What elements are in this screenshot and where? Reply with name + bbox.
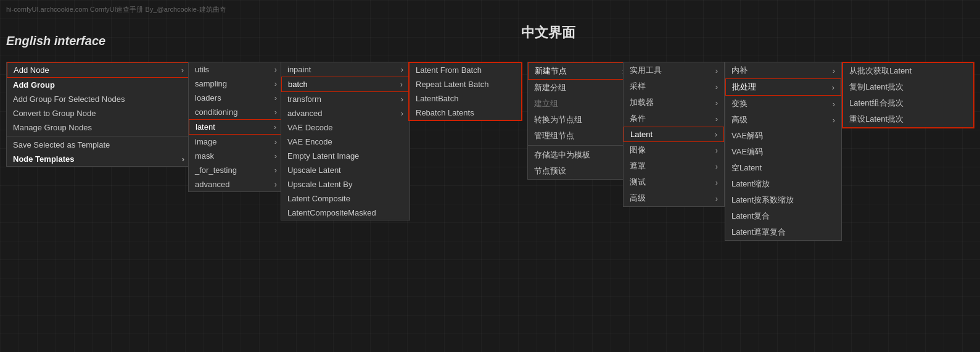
cn-latent-transform[interactable]: 变换 ›: [725, 96, 841, 112]
english-title: English interface: [6, 34, 105, 48]
en-cat-mask[interactable]: mask ›: [189, 149, 283, 163]
cn-batch-submenu: 从批次获取Latent 复制Latent批次 Latent组合批次 重设Late…: [842, 62, 974, 128]
en-cat-conditioning[interactable]: conditioning ›: [189, 105, 283, 119]
en-add-group-selected[interactable]: Add Group For Selected Nodes: [7, 92, 191, 106]
en-latent-transform[interactable]: transform ›: [281, 92, 410, 106]
cn-menu1-separator: [528, 145, 632, 146]
en-batch-submenu: Latent From Batch Repeat Latent Batch La…: [408, 62, 522, 121]
cn-add-group[interactable]: 新建分组: [528, 80, 632, 96]
cn-latent-scale-by[interactable]: Latent按系数缩放: [725, 192, 841, 208]
cn-latent-mask-composite[interactable]: Latent遮罩复合: [725, 224, 841, 240]
cn-categories-menu: 实用工具 › 采样 › 加载器 › 条件 › Latent › 图像 › 遮罩 …: [623, 62, 725, 207]
en-add-group[interactable]: Add Group: [7, 78, 191, 92]
en-rebatch-latents[interactable]: Rebatch Latents: [410, 106, 521, 120]
cn-context-menu: 新建节点 › 新建分组 建立组 转换为节点组 管理组节点 存储选中为模板 节点预…: [527, 62, 632, 180]
chinese-title: 中文界面: [521, 23, 575, 42]
en-latent-submenu: inpaint › batch › transform › advanced ›…: [281, 62, 410, 220]
en-cat-latent[interactable]: latent ›: [189, 119, 283, 135]
cn-latent-batch[interactable]: 批处理 ›: [725, 78, 841, 96]
en-repeat-latent-batch[interactable]: Repeat Latent Batch: [410, 77, 521, 91]
cn-latent-submenu: 内补 › 批处理 › 变换 › 高级 › VAE解码 VAE编码 空Latent…: [725, 62, 842, 241]
en-vae-encode[interactable]: VAE Encode: [281, 135, 410, 149]
cn-latent-advanced[interactable]: 高级 ›: [725, 112, 841, 128]
cn-latent-combine-batch[interactable]: Latent组合批次: [843, 95, 973, 111]
cn-reset-latent-batch[interactable]: 重设Latent批次: [843, 111, 973, 127]
en-latent-batch[interactable]: LatentBatch: [410, 91, 521, 106]
en-cat-for-testing[interactable]: _for_testing ›: [189, 163, 283, 177]
cn-cat-latent[interactable]: Latent ›: [624, 127, 724, 142]
cn-empty-latent[interactable]: 空Latent: [725, 160, 841, 176]
cn-latent-composite[interactable]: Latent复合: [725, 208, 841, 224]
en-latent-inpaint[interactable]: inpaint ›: [281, 62, 410, 77]
en-categories-menu: utils › sampling › loaders › conditionin…: [188, 62, 284, 192]
en-upscale-latent-by[interactable]: Upscale Latent By: [281, 177, 410, 191]
en-node-templates[interactable]: Node Templates ›: [7, 152, 191, 166]
cn-cat-loaders[interactable]: 加载器 ›: [624, 94, 724, 111]
en-menu1-separator: [7, 136, 191, 136]
en-latent-batch[interactable]: batch ›: [281, 77, 410, 92]
cn-node-templates[interactable]: 节点预设 ›: [528, 163, 632, 179]
watermark: hi-comfyUI.archcookie.com ComfyUI速查手册 By…: [6, 5, 226, 14]
cn-latent-scale[interactable]: Latent缩放: [725, 176, 841, 192]
cn-convert-group-node[interactable]: 转换为节点组: [528, 112, 632, 128]
en-cat-sampling[interactable]: sampling ›: [189, 77, 283, 91]
cn-cat-sampling[interactable]: 采样 ›: [624, 78, 724, 94]
cn-cat-testing[interactable]: 测试 ›: [624, 174, 724, 190]
en-cat-advanced[interactable]: advanced ›: [189, 177, 283, 191]
cn-get-latent-from-batch[interactable]: 从批次获取Latent: [843, 63, 973, 79]
en-empty-latent-image[interactable]: Empty Latent Image: [281, 149, 410, 163]
cn-manage-group-nodes[interactable]: 管理组节点: [528, 128, 632, 144]
en-upscale-latent[interactable]: Upscale Latent: [281, 163, 410, 177]
cn-vae-encode[interactable]: VAE编码: [725, 144, 841, 160]
en-convert-group-node[interactable]: Convert to Group Node: [7, 106, 191, 120]
cn-latent-inpaint[interactable]: 内补 ›: [725, 62, 841, 78]
en-latent-from-batch[interactable]: Latent From Batch: [410, 63, 521, 77]
cn-cat-advanced[interactable]: 高级 ›: [624, 190, 724, 206]
en-latent-composite[interactable]: Latent Composite: [281, 191, 410, 206]
en-cat-utils[interactable]: utils ›: [189, 62, 283, 77]
cn-cat-mask[interactable]: 遮罩 ›: [624, 158, 724, 174]
cn-copy-latent-batch[interactable]: 复制Latent批次: [843, 79, 973, 95]
cn-vae-decode[interactable]: VAE解码: [725, 128, 841, 144]
en-latent-advanced[interactable]: advanced ›: [281, 106, 410, 120]
en-add-node[interactable]: Add Node ›: [7, 62, 191, 78]
en-cat-image[interactable]: image ›: [189, 135, 283, 149]
cn-cat-image[interactable]: 图像 ›: [624, 142, 724, 158]
en-context-menu: Add Node › Add Group Add Group For Selec…: [6, 62, 191, 167]
cn-cat-conditioning[interactable]: 条件 ›: [624, 111, 724, 127]
cn-build-group[interactable]: 建立组: [528, 96, 632, 112]
en-vae-decode[interactable]: VAE Decode: [281, 120, 410, 135]
en-cat-loaders[interactable]: loaders ›: [189, 91, 283, 105]
en-manage-group-nodes[interactable]: Manage Group Nodes: [7, 120, 191, 135]
cn-cat-utils[interactable]: 实用工具 ›: [624, 62, 724, 78]
cn-save-template[interactable]: 存储选中为模板: [528, 147, 632, 163]
en-latent-composite-masked[interactable]: LatentCompositeMasked: [281, 206, 410, 220]
en-save-template[interactable]: Save Selected as Template: [7, 138, 191, 152]
cn-add-node[interactable]: 新建节点 ›: [528, 62, 632, 80]
